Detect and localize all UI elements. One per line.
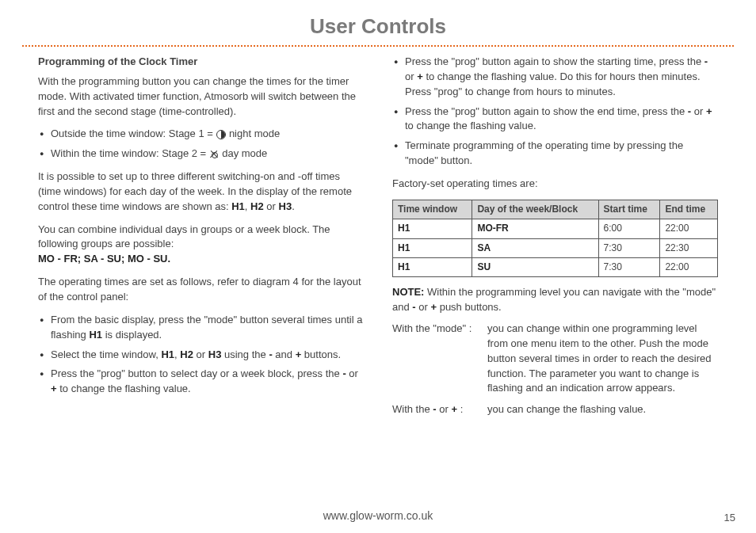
moon-icon <box>216 130 226 139</box>
page-number: 15 <box>724 512 735 523</box>
list-item: Press the "prog" button again to show th… <box>392 55 718 100</box>
stage-2-row: Within the time window: Stage 2 = day mo… <box>38 147 364 162</box>
left-steps: From the basic display, press the "mode"… <box>38 313 364 397</box>
mode-term: With the "mode" : <box>392 322 487 396</box>
th-start-time: Start time <box>598 200 660 219</box>
plusminus-definition: With the - or + : you can change the fla… <box>392 402 718 417</box>
stage1-mode: night mode <box>229 127 280 142</box>
table-row: H1 SA 7:30 22:30 <box>393 238 718 257</box>
list-item: Select the time window, H1, H2 or H3 usi… <box>38 348 364 363</box>
th-end-time: End time <box>660 200 718 219</box>
sun-icon <box>209 150 219 159</box>
content-columns: Programming of the Clock Timer With the … <box>0 55 756 424</box>
note-block: NOTE: Within the programming level you c… <box>392 285 718 315</box>
footer-url: www.glow-worm.co.uk <box>0 509 756 522</box>
page-title: User Controls <box>0 0 756 45</box>
intro-text: With the programming button you can chan… <box>38 74 364 120</box>
groups-text: You can combine individual days in group… <box>38 223 364 268</box>
mode-body: you can change within one programming le… <box>487 322 718 396</box>
list-item: From the basic display, press the "mode"… <box>38 313 364 343</box>
right-column: Press the "prog" button again to show th… <box>392 55 718 424</box>
operating-times-intro: The operating times are set as follows, … <box>38 275 364 305</box>
stage-list: Outside the time window: Stage 1 = night… <box>38 127 364 162</box>
plusminus-body: you can change the flashing value. <box>487 402 718 417</box>
list-item: Press the "prog" button to select day or… <box>38 367 364 397</box>
section-heading: Programming of the Clock Timer <box>38 55 364 70</box>
stage2-mode: day mode <box>222 147 267 162</box>
mode-definition: With the "mode" : you can change within … <box>392 322 718 396</box>
table-row: H1 MO-FR 6:00 22:00 <box>393 219 718 238</box>
stage1-label: Outside the time window: Stage 1 = <box>51 127 213 142</box>
plusminus-term: With the - or + : <box>392 402 487 417</box>
table-row: H1 SU 7:30 22:00 <box>393 257 718 276</box>
th-day-block: Day of the week/Block <box>472 200 598 219</box>
right-steps: Press the "prog" button again to show th… <box>392 55 718 169</box>
factory-line: Factory-set operating times are: <box>392 177 718 192</box>
left-column: Programming of the Clock Timer With the … <box>38 55 364 424</box>
operating-times-table: Time window Day of the week/Block Start … <box>392 200 718 278</box>
list-item: Press the "prog" button again to show th… <box>392 105 718 135</box>
stage2-label: Within the time window: Stage 2 = <box>51 147 206 162</box>
stage-1-row: Outside the time window: Stage 1 = night… <box>38 127 364 142</box>
list-item: Terminate programming of the operating t… <box>392 139 718 169</box>
divider <box>22 45 734 47</box>
time-windows-text: It is possible to set up to three differ… <box>38 169 364 215</box>
th-time-window: Time window <box>393 200 472 219</box>
